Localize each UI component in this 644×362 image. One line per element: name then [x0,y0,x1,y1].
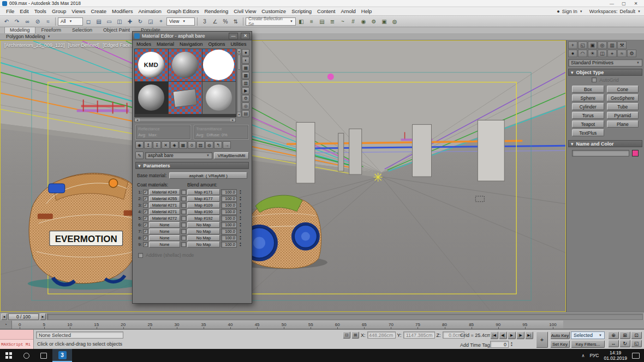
background-icon[interactable]: ▦ [242,64,249,71]
coat-map-button[interactable]: Map #190 [187,209,220,215]
menu-item[interactable]: Content [314,8,338,14]
render-setup-icon[interactable]: ⚙ [369,17,379,26]
material-sample-slot-2[interactable] [169,49,202,81]
coat-map-checkbox[interactable] [181,229,186,234]
y-coordinate-field[interactable]: 1147.385cm [403,331,435,339]
key-filters-button[interactable]: Key Filters... [571,340,605,348]
material-sample-slot-1[interactable]: KMD [135,49,168,81]
coat-map-checkbox[interactable] [181,236,186,240]
go-forward-to-sibling-icon[interactable]: → [223,141,231,149]
redo-icon[interactable]: ↷ [12,17,22,26]
coat-map-checkbox[interactable] [181,209,186,214]
coat-material-button[interactable]: Material #249 [149,189,180,195]
scroll-up-icon[interactable]: ▲ [237,49,241,54]
menu-item[interactable]: Civil View [231,8,259,14]
blend-amount-field[interactable]: 100.0 [221,235,237,241]
primitive-button[interactable]: TextPlus [572,129,604,136]
layer-manager-icon[interactable]: ≣ [327,17,337,26]
menu-item[interactable]: Customize [259,8,289,14]
sample-horizontal-scrollbar[interactable]: ◄ ► [134,118,236,122]
material-sample-slot-4[interactable] [135,82,168,114]
utilities-tab-icon[interactable]: ⚒ [617,41,627,49]
coat-map-button[interactable]: Map #109 [187,202,220,208]
workspaces-dropdown[interactable]: Workspaces: Default ▼ [589,9,641,14]
previous-frame-icon[interactable]: ◀| [499,331,507,339]
menu-item[interactable]: Scripting [289,8,314,14]
menu-item[interactable]: Views [69,8,88,14]
menu-item[interactable]: Edit [17,8,31,14]
coat-material-button[interactable]: Material #255 [149,196,180,202]
coat-material-button[interactable]: None [149,222,180,228]
viewport-pov-label[interactable]: [Archinteriors_25_009_122] [4,43,65,48]
play-icon[interactable]: ▶ [508,331,516,339]
taskbar-clock[interactable]: 14:19 01.02.2019 [604,350,627,361]
scroll-down-icon[interactable]: ▼ [237,112,241,117]
coat-map-button[interactable]: Map #177 [187,196,220,202]
orbit-icon[interactable]: ↻ [619,340,630,347]
coat-enable-checkbox[interactable]: ✓ [143,222,148,227]
select-object-icon[interactable]: ◻ [84,17,93,26]
material-editor-menu-item[interactable]: Modes [136,41,151,47]
lights-subtab-icon[interactable]: ☀ [588,50,597,57]
material-name-dropdown[interactable]: asphalt bare ▼ [145,152,212,159]
select-and-move-icon[interactable]: ✚ [125,17,135,26]
coat-map-checkbox[interactable] [181,216,186,221]
zoom-extents-icon[interactable]: ⊞ [619,331,630,339]
go-to-end-icon[interactable]: ▶| [525,331,533,339]
maximize-button[interactable]: ▢ [618,0,630,7]
select-by-material-icon[interactable]: ◎ [242,102,249,110]
coat-enable-checkbox[interactable]: ✓ [143,196,148,201]
hierarchy-tab-icon[interactable]: ▣ [588,41,597,49]
pick-material-eyedropper-icon[interactable]: ✎ [135,152,144,159]
ribbon-tab-modeling[interactable]: Modeling [4,27,35,33]
coat-map-button[interactable]: No Map [187,242,220,248]
blend-amount-spinner[interactable]: ▲▼ [238,202,243,208]
window-crossing-icon[interactable]: ◫ [115,17,124,26]
menu-item[interactable]: Tools [32,8,49,14]
space-warps-subtab-icon[interactable]: ≈ [617,50,627,57]
modify-tab-icon[interactable]: ◱ [578,41,587,49]
coat-material-button[interactable]: Material #272 [149,215,180,221]
task-view-button[interactable] [35,349,52,362]
align-icon[interactable]: ≡ [307,17,317,26]
blend-amount-spinner[interactable]: ▲▼ [238,189,243,195]
x-coordinate-field[interactable]: 448.286cm [367,331,396,339]
blend-amount-field[interactable]: 100.0 [221,209,237,215]
material-editor-menu-item[interactable]: Navigation [180,41,203,47]
menu-item[interactable]: Help [359,8,375,14]
next-frame-icon[interactable]: |▶ [516,331,524,339]
viewport-shading-label[interactable]: [Edged Faces] [103,43,134,48]
coat-map-checkbox[interactable] [181,203,186,208]
sample-vertical-scrollbar[interactable]: ▲ ▼ [237,49,241,117]
display-tab-icon[interactable]: ▥ [607,41,617,49]
coat-enable-checkbox[interactable]: ✓ [143,229,148,234]
options-icon[interactable]: ⚙ [242,95,249,102]
scroll-right-icon[interactable]: ► [230,118,235,122]
maxscript-mini-listener[interactable]: MAXScript Mi [0,330,34,349]
scrollbar-thumb[interactable] [238,55,240,70]
minimize-button[interactable]: — [606,0,618,7]
blend-amount-field[interactable]: 100.0 [221,215,237,221]
geometry-subtab-icon[interactable]: ● [568,50,577,57]
current-frame-field[interactable]: 0 [490,341,509,348]
reset-map-icon[interactable]: ✕ [162,141,170,149]
name-color-rollout[interactable]: ▾ Name and Color [568,140,642,147]
material-map-navigator-icon[interactable]: ▤ [242,110,249,117]
select-by-name-icon[interactable]: ▤ [94,17,104,26]
zoom-region-icon[interactable]: ⊡ [631,331,642,339]
menu-item[interactable]: Graph Editors [164,8,202,14]
maxscript-listener-pane[interactable]: MAXScript Mi [0,340,33,349]
material-type-button[interactable]: VRayBlendMtl [214,152,249,159]
time-slider-handle[interactable]: 0 / 100 [8,313,39,320]
go-to-start-icon[interactable]: |◀ [490,331,498,339]
search-button[interactable] [17,349,35,362]
put-to-library-icon[interactable]: ▦ [179,141,187,149]
sample-tiling-icon[interactable]: ▩ [242,72,249,79]
coat-material-button[interactable]: None [149,235,180,241]
object-name-field[interactable] [572,150,629,156]
blend-amount-spinner[interactable]: ▲▼ [238,222,243,228]
snap-toggle-3d-icon[interactable]: 3 [200,17,210,26]
material-sample-slot-3[interactable] [202,49,236,81]
undo-icon[interactable]: ↶ [2,17,11,26]
reference-coordinate-dropdown[interactable]: View ▼ [166,17,195,26]
